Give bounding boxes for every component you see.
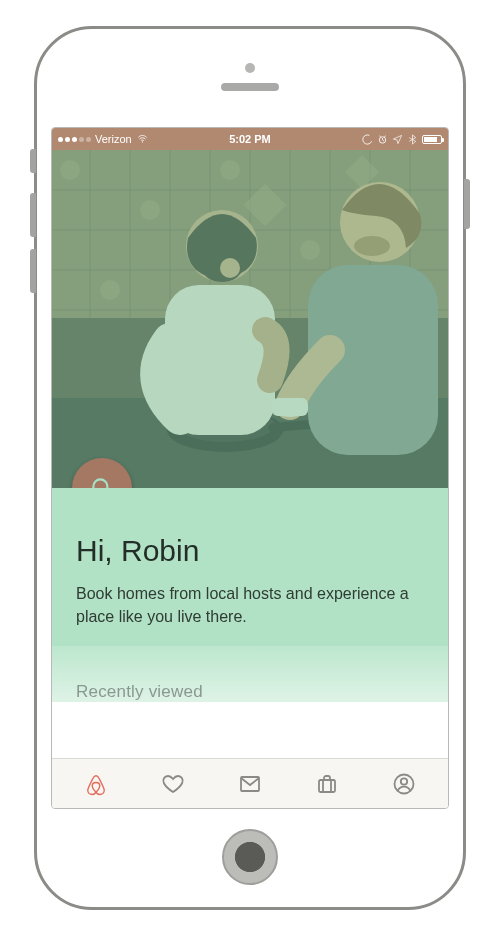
volume-up-button	[30, 193, 36, 237]
carrier-label: Verizon	[95, 133, 132, 145]
bluetooth-icon	[407, 134, 418, 145]
app-content[interactable]: Hi, Robin Book homes from local hosts an…	[52, 150, 448, 758]
heart-icon	[161, 772, 185, 796]
suitcase-icon	[315, 772, 339, 796]
recently-viewed-label: Recently viewed	[76, 682, 203, 701]
tab-wishlist[interactable]	[153, 764, 193, 804]
tab-inbox[interactable]	[230, 764, 270, 804]
tab-profile[interactable]	[384, 764, 424, 804]
signal-strength-icon	[58, 137, 91, 142]
profile-icon	[392, 772, 416, 796]
stage: Verizon 5:02 PM	[0, 0, 500, 937]
speaker-grille	[221, 83, 279, 91]
mute-switch	[30, 149, 36, 173]
front-camera	[245, 63, 255, 73]
tagline-text: Book homes from local hosts and experien…	[76, 582, 424, 628]
svg-rect-42	[319, 780, 335, 792]
tab-trips[interactable]	[307, 764, 347, 804]
greeting-text: Hi, Robin	[76, 534, 424, 568]
clock: 5:02 PM	[229, 133, 271, 145]
tab-bar	[52, 758, 448, 808]
svg-point-46	[400, 778, 406, 784]
svg-point-39	[93, 479, 107, 488]
hero-tint	[52, 150, 448, 488]
location-icon	[392, 134, 403, 145]
svg-point-0	[142, 141, 143, 142]
volume-down-button	[30, 249, 36, 293]
tab-explore[interactable]	[76, 764, 116, 804]
status-bar: Verizon 5:02 PM	[52, 128, 448, 150]
screen: Verizon 5:02 PM	[51, 127, 449, 809]
power-button	[464, 179, 470, 229]
battery-icon	[422, 135, 442, 144]
search-icon	[89, 475, 115, 488]
do-not-disturb-icon	[362, 134, 373, 145]
wifi-icon	[136, 134, 149, 144]
hero-image	[52, 150, 448, 488]
mail-icon	[238, 772, 262, 796]
airbnb-logo-icon	[84, 772, 108, 796]
alarm-icon	[377, 134, 388, 145]
home-button	[222, 829, 278, 885]
welcome-panel: Hi, Robin Book homes from local hosts an…	[52, 488, 448, 646]
recently-viewed-section[interactable]: Recently viewed	[52, 646, 448, 702]
phone-frame: Verizon 5:02 PM	[34, 26, 466, 910]
